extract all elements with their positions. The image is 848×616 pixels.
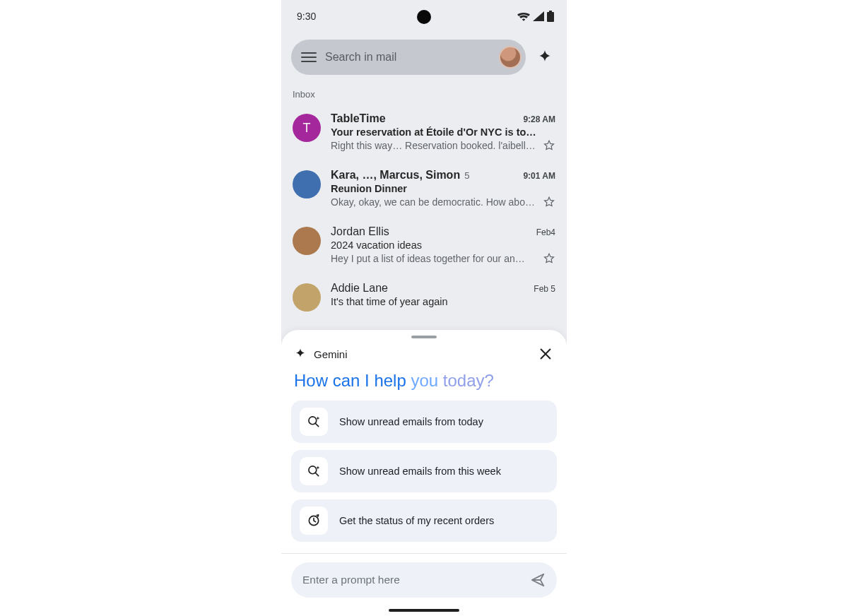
- star-icon[interactable]: [543, 139, 555, 152]
- status-bar: 9:30: [281, 0, 567, 25]
- email-item[interactable]: T TableTime 9:28 AM Your reservation at …: [281, 105, 567, 162]
- inbox-label: Inbox: [281, 82, 567, 105]
- email-item[interactable]: Kara, …, Marcus, Simon5 9:01 AM Reunion …: [281, 162, 567, 218]
- prompt-placeholder: Enter a prompt here: [302, 574, 400, 586]
- search-sparkle-icon: [300, 408, 328, 436]
- suggestion-list: Show unread emails from today Show unrea…: [281, 401, 567, 553]
- hamburger-icon[interactable]: [301, 52, 317, 62]
- sender-avatar: [293, 283, 321, 312]
- close-button[interactable]: [537, 345, 554, 362]
- suggestion-chip[interactable]: Show unread emails from this week: [291, 450, 557, 492]
- wifi-icon: [517, 11, 530, 21]
- email-time: 9:01 AM: [523, 171, 555, 181]
- sender-name: Addie Lane: [331, 282, 388, 295]
- gemini-sheet: Gemini How can I help you today? Show un…: [281, 330, 567, 616]
- search-bar[interactable]: Search in mail: [291, 40, 526, 75]
- email-snippet: Hey I put a list of ideas together for o…: [331, 253, 537, 264]
- phone-frame: 9:30 Search in mail Inbox T TableTime 9:…: [281, 0, 567, 616]
- suggestion-chip[interactable]: Show unread emails from today: [291, 401, 557, 443]
- search-row: Search in mail: [281, 25, 567, 82]
- home-indicator[interactable]: [389, 609, 459, 612]
- camera-cutout: [417, 10, 431, 24]
- suggestion-label: Get the status of my recent orders: [339, 515, 494, 526]
- email-item[interactable]: Jordan Ellis Feb4 2024 vacation ideas He…: [281, 218, 567, 275]
- suggestion-label: Show unread emails from this week: [339, 466, 501, 477]
- email-snippet: Okay, okay, we can be democratic. How ab…: [331, 196, 537, 208]
- sender-avatar: T: [293, 114, 321, 142]
- gemini-sparkle-icon: [294, 348, 307, 360]
- email-subject: Reunion Dinner: [331, 183, 555, 194]
- greeting-part1: How can I help: [294, 371, 411, 390]
- prompt-input[interactable]: Enter a prompt here: [291, 562, 557, 598]
- email-time: Feb 5: [534, 284, 555, 294]
- search-sparkle-icon: [300, 457, 328, 485]
- sparkle-icon: [536, 49, 553, 66]
- send-icon[interactable]: [530, 572, 546, 588]
- refresh-clock-icon: [300, 507, 328, 535]
- sender-avatar: [293, 227, 321, 255]
- signal-icon: [533, 11, 544, 21]
- search-placeholder: Search in mail: [325, 51, 490, 64]
- email-time: 9:28 AM: [523, 114, 555, 124]
- drag-handle[interactable]: [411, 336, 437, 338]
- sender-name: TableTime: [331, 112, 386, 125]
- sender-name: Kara, …, Marcus, Simon5: [331, 169, 469, 182]
- email-subject: Your reservation at Étoile d'Or NYC is t…: [331, 126, 555, 138]
- email-list: T TableTime 9:28 AM Your reservation at …: [281, 105, 567, 321]
- email-subject: It's that time of year again: [331, 296, 555, 307]
- gemini-header: Gemini: [281, 343, 567, 368]
- profile-avatar[interactable]: [499, 46, 522, 69]
- prompt-row: Enter a prompt here: [281, 562, 567, 606]
- svg-line-3: [316, 473, 319, 476]
- gemini-greeting: How can I help you today?: [281, 368, 567, 401]
- status-clock: 9:30: [297, 11, 316, 22]
- email-time: Feb4: [536, 227, 555, 237]
- svg-line-1: [316, 424, 319, 427]
- greeting-part2: you: [411, 371, 442, 390]
- status-icons: [517, 11, 554, 22]
- email-item[interactable]: Addie Lane Feb 5 It's that time of year …: [281, 275, 567, 321]
- gemini-title: Gemini: [314, 348, 530, 360]
- sender-name: Jordan Ellis: [331, 225, 389, 238]
- star-icon[interactable]: [543, 196, 555, 208]
- gemini-button[interactable]: [533, 45, 557, 69]
- close-icon: [538, 346, 553, 362]
- divider: [281, 553, 567, 554]
- suggestion-chip[interactable]: Get the status of my recent orders: [291, 499, 557, 542]
- star-icon[interactable]: [543, 252, 555, 265]
- battery-icon: [547, 11, 554, 22]
- email-subject: 2024 vacation ideas: [331, 239, 555, 251]
- email-snippet: Right this way… Reservation booked. l'ai…: [331, 140, 537, 151]
- suggestion-label: Show unread emails from today: [339, 416, 483, 427]
- greeting-part3: today?: [443, 371, 494, 390]
- sender-avatar: [293, 170, 321, 199]
